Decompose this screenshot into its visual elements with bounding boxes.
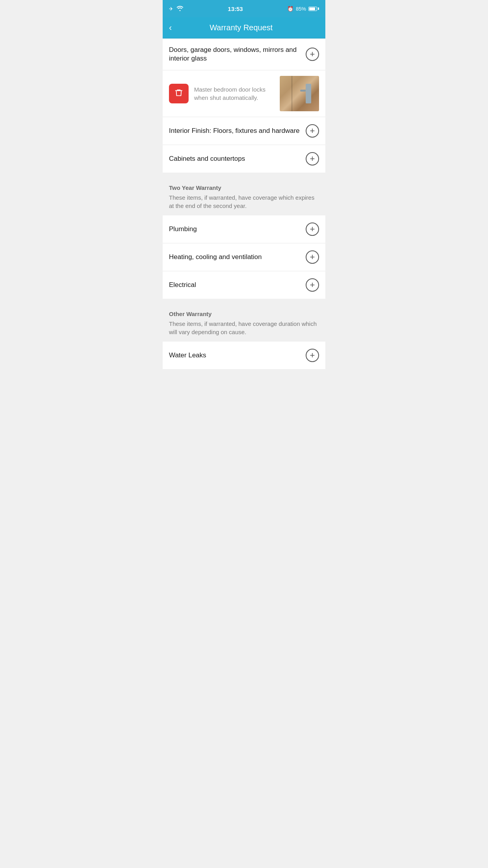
trash-icon: [174, 88, 183, 99]
other-warranty-description: These items, if warranted, have coverage…: [169, 320, 319, 336]
one-year-card: Doors, garage doors, windows, mirrors an…: [163, 39, 325, 173]
electrical-label: Electrical: [169, 281, 306, 289]
alarm-icon: ⏰: [287, 6, 294, 12]
issue-thumbnail[interactable]: [280, 76, 319, 111]
status-time: 13:53: [228, 6, 243, 12]
add-heating-button[interactable]: [306, 250, 319, 264]
plumbing-item[interactable]: Plumbing: [163, 215, 325, 243]
add-cabinets-button[interactable]: [306, 152, 319, 166]
two-year-description: These items, if warranted, have coverage…: [169, 193, 319, 210]
other-warranty-title: Other Warranty: [169, 311, 319, 317]
two-year-card: Two Year Warranty These items, if warran…: [163, 177, 325, 299]
heating-item[interactable]: Heating, cooling and ventilation: [163, 243, 325, 271]
back-button[interactable]: ‹: [169, 24, 172, 32]
status-bar: ✈ 13:53 ⏰ 85%: [163, 0, 325, 17]
add-electrical-button[interactable]: [306, 278, 319, 292]
battery-percent: 85%: [296, 6, 306, 12]
battery-icon: [308, 7, 319, 11]
other-warranty-header: Other Warranty These items, if warranted…: [163, 303, 325, 342]
interior-finish-item[interactable]: Interior Finish: Floors, fixtures and ha…: [163, 117, 325, 145]
interior-finish-label: Interior Finish: Floors, fixtures and ha…: [169, 127, 306, 135]
door-image: [280, 76, 319, 111]
doors-label: Doors, garage doors, windows, mirrors an…: [169, 46, 306, 63]
status-left: ✈: [169, 6, 183, 12]
add-interior-button[interactable]: [306, 124, 319, 138]
water-leaks-label: Water Leaks: [169, 351, 306, 360]
two-year-header: Two Year Warranty These items, if warran…: [163, 177, 325, 215]
doors-item[interactable]: Doors, garage doors, windows, mirrors an…: [163, 39, 325, 70]
plumbing-label: Plumbing: [169, 225, 306, 234]
airplane-icon: ✈: [169, 6, 173, 12]
delete-issue-button[interactable]: [169, 84, 189, 103]
add-water-leaks-button[interactable]: [306, 349, 319, 362]
heating-label: Heating, cooling and ventilation: [169, 253, 306, 261]
add-doors-button[interactable]: [306, 48, 319, 61]
nav-bar: ‹ Warranty Request: [163, 17, 325, 39]
other-warranty-card: Other Warranty These items, if warranted…: [163, 303, 325, 369]
wifi-icon: [176, 6, 183, 12]
add-plumbing-button[interactable]: [306, 223, 319, 236]
electrical-item[interactable]: Electrical: [163, 271, 325, 299]
cabinets-label: Cabinets and countertops: [169, 154, 306, 163]
doors-issue-row: Master bedroom door locks when shut auto…: [163, 70, 325, 117]
issue-description: Master bedroom door locks when shut auto…: [194, 85, 274, 102]
cabinets-item[interactable]: Cabinets and countertops: [163, 145, 325, 173]
water-leaks-item[interactable]: Water Leaks: [163, 342, 325, 369]
main-content: Doors, garage doors, windows, mirrors an…: [163, 39, 325, 369]
page-title: Warranty Request: [178, 23, 304, 32]
two-year-title: Two Year Warranty: [169, 184, 319, 191]
status-right: ⏰ 85%: [287, 6, 319, 12]
